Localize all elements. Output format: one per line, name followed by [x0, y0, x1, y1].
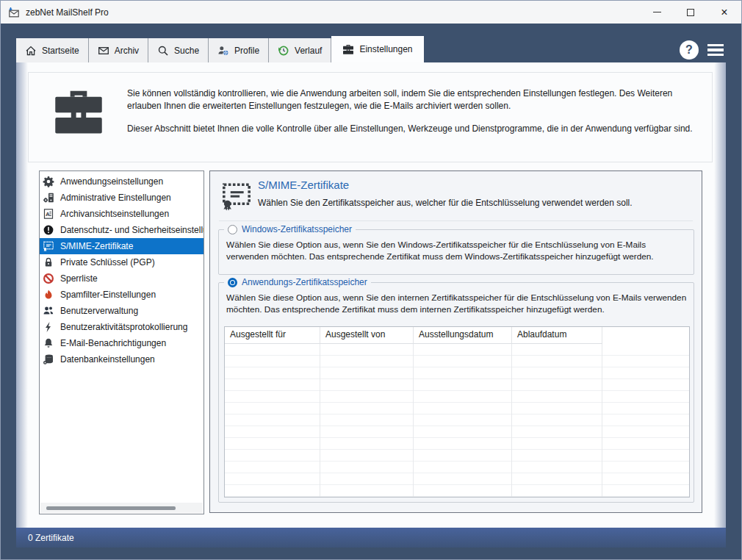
help-button[interactable]: ? — [680, 40, 699, 60]
sidebar-item-smime-zertifikate[interactable]: S/MIME-Zertifikate — [40, 238, 203, 254]
right-bevel — [714, 62, 726, 528]
history-icon — [278, 45, 289, 57]
tab-label: Profile — [234, 46, 259, 56]
title-bar: zebNet MailShelf Pro × — [1, 1, 741, 24]
sidebar-item-sperrliste[interactable]: Sperrliste — [40, 270, 203, 287]
left-bevel — [16, 62, 28, 528]
certificates-table: Ausgestellt für Ausgestellt von Ausstell… — [224, 326, 690, 498]
application-store-radio[interactable] — [228, 278, 237, 287]
column-header-ausgestellt-von[interactable]: Ausgestellt von — [320, 327, 414, 344]
sidebar-item-label: S/MIME-Zertifikate — [60, 241, 133, 251]
block-icon — [43, 273, 54, 284]
sidebar-item-label: Private Schlüssel (PGP) — [60, 257, 155, 268]
windows-store-radio[interactable] — [228, 225, 237, 234]
smime-settings-panel: S/MIME-Zertifikate Wählen Sie den Zertif… — [209, 170, 702, 513]
sidebar-item-label: Administrative Einstellungen — [60, 193, 171, 203]
settings-intro-box: Sie können vollständig kontrollieren, wi… — [28, 72, 713, 162]
sidebar-item-private-schluessel[interactable]: Private Schlüssel (PGP) — [40, 254, 203, 270]
tab-einstellungen[interactable]: Einstellungen — [331, 36, 423, 62]
search-icon — [157, 45, 169, 57]
table-header-row: Ausgestellt für Ausgestellt von Ausstell… — [225, 327, 689, 344]
tab-profile[interactable]: Profile — [209, 38, 269, 62]
lock-icon — [43, 256, 54, 268]
tab-startseite[interactable]: Startseite — [16, 38, 89, 62]
tab-archiv[interactable]: Archiv — [89, 38, 148, 62]
privacy-alert-icon — [43, 224, 54, 236]
sidebar-item-label: E-Mail-Benachrichtigungen — [60, 338, 166, 348]
intro-paragraph-2: Dieser Abschnitt bietet Ihnen die volle … — [127, 123, 702, 135]
sidebar-item-benutzerverwaltung[interactable]: Benutzerverwaltung — [40, 303, 203, 319]
app-window: zebNet MailShelf Pro × Startseite Archiv… — [0, 0, 742, 560]
column-header-filler[interactable] — [602, 327, 689, 344]
lightning-icon — [43, 321, 54, 333]
column-header-ausgestellt-fuer[interactable]: Ausgestellt für — [225, 327, 320, 344]
hamburger-menu-button[interactable] — [707, 40, 724, 60]
tab-label: Einstellungen — [359, 44, 412, 54]
intro-paragraph-1: Sie können vollständig kontrollieren, wi… — [127, 87, 702, 112]
tab-label: Startseite — [42, 46, 79, 56]
admin-server-icon — [43, 192, 54, 204]
flame-icon — [43, 289, 54, 301]
intro-text: Sie können vollständig kontrollieren, wi… — [127, 87, 702, 135]
certificate-count-status: 0 Zertifikate — [28, 533, 74, 543]
sidebar-item-label: Spamfilter-Einstellungen — [60, 290, 156, 300]
column-header-ablaufdatum[interactable]: Ablaufdatum — [512, 327, 602, 344]
window-title: zebNet MailShelf Pro — [26, 7, 109, 18]
certificate-icon — [220, 181, 253, 212]
sidebar-item-label: Datenbankeinstellungen — [60, 354, 155, 365]
tab-suche[interactable]: Suche — [148, 38, 209, 62]
application-certificate-store-groupbox: Anwendungs-Zertifikatsspeicher Wählen Si… — [218, 282, 694, 503]
application-store-radio-label[interactable]: Anwendungs-Zertifikatsspeicher — [242, 277, 367, 287]
help-label: ? — [685, 43, 693, 57]
status-bar: 0 Zertifikate — [16, 528, 726, 548]
windows-store-radio-label[interactable]: Windows-Zertifikatsspeicher — [242, 224, 352, 234]
panel-title: S/MIME-Zertifikate — [258, 179, 349, 191]
hamburger-icon — [707, 44, 724, 47]
scrollbar-thumb[interactable] — [46, 506, 176, 510]
sidebar-item-datenschutz[interactable]: Datenschutz- und Sicherheitseinstellu — [40, 222, 203, 238]
briefcase-icon — [342, 43, 354, 55]
sidebar-horizontal-scrollbar[interactable] — [40, 503, 203, 513]
sidebar-item-label: Benutzeraktivitätsprotokollierung — [60, 322, 187, 332]
maximize-button[interactable] — [674, 1, 707, 24]
briefcase-icon — [51, 86, 107, 136]
windows-certificate-store-groupbox: Windows-Zertifikatsspeicher Wählen Sie d… — [218, 229, 694, 275]
window-controls: × — [640, 1, 741, 24]
tab-label: Verlauf — [295, 46, 322, 56]
sidebar-item-label: Sperrliste — [60, 273, 98, 284]
minimize-button[interactable] — [640, 1, 674, 24]
sidebar-item-archivansichtseinstellungen[interactable]: Archivansichtseinstellungen — [40, 206, 203, 222]
sidebar-item-anwendungseinstellungen[interactable]: Anwendungseinstellungen — [40, 173, 203, 190]
sidebar-item-spamfilter[interactable]: Spamfilter-Einstellungen — [40, 287, 203, 303]
sidebar-item-administrative-einstellungen[interactable]: Administrative Einstellungen — [40, 190, 203, 206]
sidebar-item-label: Benutzerverwaltung — [60, 306, 138, 316]
content-area: Sie können vollständig kontrollieren, wi… — [16, 62, 726, 528]
app-icon[interactable] — [8, 7, 20, 18]
mail-icon — [98, 45, 109, 57]
close-button[interactable]: × — [707, 1, 741, 24]
settings-category-list: Anwendungseinstellungen Administrative E… — [39, 170, 204, 514]
archive-view-icon — [43, 208, 54, 220]
main-tab-bar: Startseite Archiv Suche Profile Verlauf … — [16, 36, 424, 62]
groupbox-legend: Windows-Zertifikatsspeicher — [224, 224, 356, 234]
divider — [219, 220, 693, 221]
sidebar-item-label: Anwendungseinstellungen — [60, 176, 163, 187]
tab-label: Archiv — [115, 46, 139, 56]
tab-verlauf[interactable]: Verlauf — [269, 38, 331, 62]
gear-icon — [43, 176, 54, 187]
sidebar-item-datenbankeinstellungen[interactable]: Datenbankeinstellungen — [40, 351, 203, 367]
profiles-icon — [217, 45, 229, 57]
panel-subtitle: Wählen Sie den Zertifikatsspeicher aus, … — [258, 198, 633, 208]
tab-label: Suche — [174, 46, 199, 56]
users-icon — [43, 305, 54, 317]
table-empty-rows[interactable] — [225, 344, 689, 497]
home-icon — [25, 45, 37, 57]
certificate-icon — [43, 240, 54, 252]
database-icon — [43, 353, 54, 365]
column-header-ausstellungsdatum[interactable]: Ausstellungsdatum — [414, 327, 512, 344]
sidebar-item-aktivitaetsprotokollierung[interactable]: Benutzeraktivitätsprotokollierung — [40, 319, 203, 335]
sidebar-item-email-benachrichtigungen[interactable]: E-Mail-Benachrichtigungen — [40, 335, 203, 351]
sidebar-item-label: Datenschutz- und Sicherheitseinstellu — [60, 225, 203, 235]
bell-icon — [43, 337, 54, 349]
sidebar-item-label: Archivansichtseinstellungen — [60, 209, 169, 219]
